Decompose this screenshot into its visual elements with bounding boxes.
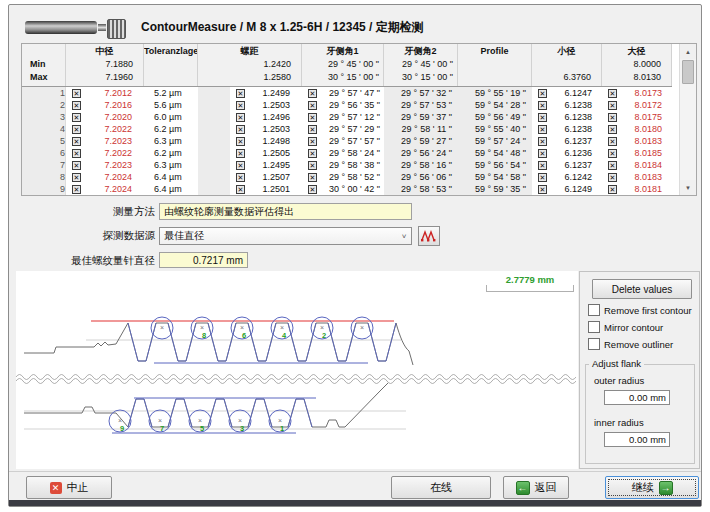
checkbox-icon[interactable] (588, 321, 600, 333)
screen: ContourMeasure / M 8 x 1.25-6H / 12345 /… (0, 0, 710, 512)
contour-plot: ××8×6×4×2××9×7×5×3×1 (16, 271, 576, 465)
header-col: 螺距1.24201.2580 (198, 44, 302, 86)
table-scrollbar[interactable]: ▲ ▼ (679, 44, 696, 195)
source-dropdown[interactable]: 最佳直径 ˅ (159, 227, 412, 245)
dimension-bracket-icon (486, 285, 574, 292)
cell-tol: 6.4 µm (144, 183, 198, 195)
checked-checkbox-icon[interactable] (608, 149, 617, 158)
cell-minor: 6.1247 (532, 87, 602, 99)
cell-minor: 6.1238 (532, 99, 602, 111)
checkbox-icon[interactable] (588, 338, 600, 350)
inner-radius-input[interactable]: 0.00 mm (604, 432, 670, 447)
checked-checkbox-icon[interactable] (608, 125, 617, 134)
cell-profile: 59 ° 59 ' 35 " (458, 183, 532, 195)
contour-canvas[interactable]: ××8×6×4×2××9×7×5×3×1 2.7779 mm (16, 271, 578, 469)
checked-checkbox-icon[interactable] (72, 137, 81, 146)
adjust-flank-group: Adjust flank outer radius 0.00 mm inner … (585, 364, 695, 464)
checked-checkbox-icon[interactable] (72, 161, 81, 170)
checked-checkbox-icon[interactable] (236, 137, 245, 146)
checked-checkbox-icon[interactable] (608, 137, 617, 146)
cell-angle1: 29 ° 58 ' 38 " (302, 159, 384, 171)
checked-checkbox-icon[interactable] (608, 161, 617, 170)
next-button[interactable]: 继续 → (605, 476, 699, 499)
abort-button[interactable]: ✕ 中止 (26, 476, 112, 499)
cell-pitch: 1.2503 (230, 123, 302, 135)
contour-measure-dialog: ContourMeasure / M 8 x 1.25-6H / 12345 /… (8, 4, 702, 507)
delete-values-button[interactable]: Delete values (592, 279, 692, 299)
checked-checkbox-icon[interactable] (72, 125, 81, 134)
checked-checkbox-icon[interactable] (236, 173, 245, 182)
cell-angle2: 29 ° 59 ' 37 " (384, 111, 458, 123)
cell-minor: 6.1238 (532, 111, 602, 123)
checked-checkbox-icon[interactable] (538, 101, 547, 110)
checked-checkbox-icon[interactable] (308, 173, 317, 182)
checked-checkbox-icon[interactable] (538, 173, 547, 182)
checked-checkbox-icon[interactable] (538, 149, 547, 158)
checked-checkbox-icon[interactable] (308, 125, 317, 134)
checked-checkbox-icon[interactable] (308, 113, 317, 122)
checked-checkbox-icon[interactable] (72, 101, 81, 110)
checked-checkbox-icon[interactable] (236, 125, 245, 134)
checked-checkbox-icon[interactable] (608, 89, 617, 98)
adjust-flank-label: Adjust flank (589, 358, 644, 369)
checked-checkbox-icon[interactable] (608, 173, 617, 182)
panel-checkbox-remove-first-contour[interactable]: Remove first contour (588, 304, 692, 316)
panel-checkbox-mirror-contour[interactable]: Mirror contour (588, 321, 663, 333)
checked-checkbox-icon[interactable] (538, 125, 547, 134)
flank-number-label: 1 (280, 424, 284, 433)
scroll-up-icon[interactable]: ▲ (680, 44, 696, 59)
cell-major: 8.0175 (602, 111, 672, 123)
checked-checkbox-icon[interactable] (538, 113, 547, 122)
flank-number-label: 2 (322, 331, 326, 340)
svg-text:×: × (278, 417, 282, 424)
checked-checkbox-icon[interactable] (236, 113, 245, 122)
checked-checkbox-icon[interactable] (72, 113, 81, 122)
cell-pitch: 1.2507 (230, 171, 302, 183)
checked-checkbox-icon[interactable] (308, 185, 317, 194)
checked-checkbox-icon[interactable] (308, 161, 317, 170)
checked-checkbox-icon[interactable] (308, 137, 317, 146)
table-row: 37.20206.0 µm1.249629 ° 57 ' 12 "29 ° 59… (22, 111, 672, 123)
cell-angle2: 29 ° 56 ' 06 " (384, 171, 458, 183)
scroll-down-icon[interactable]: ▼ (680, 180, 696, 195)
cell-angle2: 29 ° 58 ' 11 " (384, 123, 458, 135)
checked-checkbox-icon[interactable] (308, 149, 317, 158)
cell-num: 3 (22, 111, 66, 123)
checked-checkbox-icon[interactable] (538, 161, 547, 170)
panel-checkbox-remove-outliner[interactable]: Remove outliner (588, 338, 673, 350)
checked-checkbox-icon[interactable] (538, 89, 547, 98)
scroll-thumb[interactable] (682, 60, 694, 84)
svg-text:×: × (360, 324, 364, 331)
checked-checkbox-icon[interactable] (236, 161, 245, 170)
checked-checkbox-icon[interactable] (236, 185, 245, 194)
checked-checkbox-icon[interactable] (608, 101, 617, 110)
checked-checkbox-icon[interactable] (72, 173, 81, 182)
cell-num: 1 (22, 87, 66, 99)
checked-checkbox-icon[interactable] (236, 89, 245, 98)
checked-checkbox-icon[interactable] (72, 89, 81, 98)
thread-profile-button[interactable] (418, 226, 440, 246)
checked-checkbox-icon[interactable] (72, 185, 81, 194)
checked-checkbox-icon[interactable] (538, 185, 547, 194)
table-row: 17.20125.2 µm1.249929 ° 57 ' 47 "29 ° 57… (22, 87, 672, 99)
checked-checkbox-icon[interactable] (538, 137, 547, 146)
checked-checkbox-icon[interactable] (308, 89, 317, 98)
checked-checkbox-icon[interactable] (72, 149, 81, 158)
svg-text:×: × (158, 417, 162, 424)
checkbox-icon[interactable] (588, 304, 600, 316)
online-button[interactable]: 在线 (391, 476, 491, 499)
checked-checkbox-icon[interactable] (608, 185, 617, 194)
checked-checkbox-icon[interactable] (236, 149, 245, 158)
checked-checkbox-icon[interactable] (608, 113, 617, 122)
flank-number-label: 9 (120, 424, 124, 433)
svg-text:×: × (240, 324, 244, 331)
cell-major: 8.0172 (602, 99, 672, 111)
header-col: 中径7.18807.1960 (66, 44, 144, 86)
checked-checkbox-icon[interactable] (236, 101, 245, 110)
outer-radius-input[interactable]: 0.00 mm (604, 390, 670, 405)
checked-checkbox-icon[interactable] (308, 101, 317, 110)
cell-spacer (198, 135, 230, 147)
header-minmax: MinMax (22, 44, 66, 86)
cell-profile: 59 ° 54 ' 58 " (458, 171, 532, 183)
back-button[interactable]: ← 返回 (503, 476, 569, 499)
